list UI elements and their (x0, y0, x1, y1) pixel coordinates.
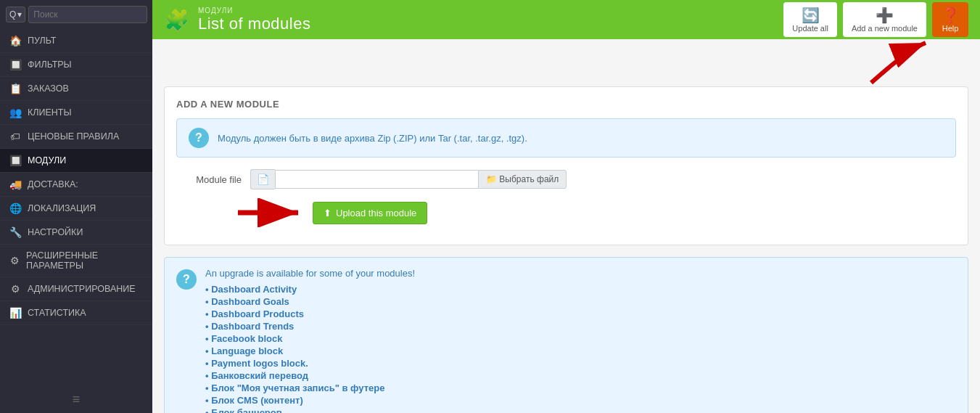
sidebar-item-admin[interactable]: ⚙ АДМИНИСТРИРОВАНИЕ (0, 277, 152, 301)
sidebar-item-clients[interactable]: 👥 КЛИЕНТЫ (0, 101, 152, 125)
list-item[interactable]: Блок CMS (контент) (205, 394, 415, 406)
localization-icon: 🌐 (9, 203, 22, 214)
red-arrow-upload (234, 198, 307, 227)
sidebar-item-label-stats: СТАТИСТИКА (28, 308, 86, 318)
content-area: ADD A NEW MODULE ? Модуль должен быть в … (152, 39, 980, 413)
search-input[interactable] (28, 6, 147, 23)
admin-icon: ⚙ (9, 283, 22, 295)
list-item[interactable]: Блок баннеров (205, 406, 415, 413)
sidebar-item-label-clients: КЛИЕНТЫ (28, 107, 72, 118)
chevron-down-icon: ▾ (17, 9, 22, 20)
update-all-button[interactable]: 🔄 Update all (783, 2, 837, 37)
list-item[interactable]: Language block (205, 345, 415, 357)
modules-icon: 🔲 (9, 155, 22, 166)
help-icon: ❓ (942, 7, 960, 24)
header-title: List of modules (198, 15, 775, 33)
sidebar-item-filters[interactable]: 🔲 ФИЛЬТРЫ (0, 53, 152, 77)
header-titles: МОДУЛИ List of modules (198, 7, 775, 33)
search-dropdown-label: Q (9, 9, 16, 20)
page-header: 🧩 МОДУЛИ List of modules 🔄 Update all ➕ … (152, 0, 980, 39)
pricing-icon: 🏷 (9, 131, 22, 142)
list-item[interactable]: Payment logos block. (205, 357, 415, 369)
refresh-icon: 🔄 (802, 7, 820, 24)
sidebar-item-label-delivery: ДОСТАВКА: (28, 179, 78, 189)
upgrade-modules-list: Dashboard ActivityDashboard GoalsDashboa… (205, 283, 415, 413)
sidebar-item-label-pricing: ЦЕНОВЫЕ ПРАВИЛА (28, 131, 119, 142)
sidebar-item-label-localization: ЛОКАЛИЗАЦИЯ (28, 203, 96, 213)
upload-icon: ⬆ (324, 208, 332, 218)
sidebar-item-label-admin: АДМИНИСТРИРОВАНИЕ (28, 284, 136, 294)
sidebar-item-label-orders: ЗАКАЗОВ (28, 83, 69, 94)
menu-icon[interactable]: ≡ (73, 392, 81, 407)
main-area: 🧩 МОДУЛИ List of modules 🔄 Update all ➕ … (152, 0, 980, 413)
orders-icon: 📋 (9, 83, 22, 94)
add-icon: ➕ (876, 7, 894, 24)
sidebar-item-settings[interactable]: 🔧 НАСТРОЙКИ (0, 221, 152, 245)
list-item[interactable]: Dashboard Products (205, 308, 415, 320)
upload-form: Module file 📄 📁 Выбрать файл (176, 169, 956, 227)
sidebar-item-label-modules: МОДУЛИ (28, 155, 66, 165)
list-item[interactable]: Dashboard Trends (205, 320, 415, 332)
header-subtitle: МОДУЛИ (198, 7, 775, 15)
info-icon: ? (189, 128, 209, 148)
sidebar-item-localization[interactable]: 🌐 ЛОКАЛИЗАЦИЯ (0, 197, 152, 221)
help-button[interactable]: ❓ Help (932, 2, 968, 37)
upload-btn-label: Upload this module (336, 208, 416, 218)
add-new-label: Add a new module (852, 24, 918, 33)
choose-file-icon: 📁 (486, 174, 497, 184)
upload-module-button[interactable]: ⬆ Upload this module (313, 202, 427, 224)
upgrade-content: An upgrade is available for some of your… (205, 268, 415, 413)
add-module-card: ADD A NEW MODULE ? Модуль должен быть в … (164, 86, 968, 245)
choose-file-label: Выбрать файл (499, 174, 559, 184)
info-box: ? Модуль должен быть в виде архива Zip (… (176, 118, 956, 158)
upgrade-box: ? An upgrade is available for some of yo… (164, 257, 968, 413)
sidebar-search-container: Q ▾ (0, 0, 152, 29)
file-path-input[interactable] (275, 170, 478, 189)
content-inner: ADD A NEW MODULE ? Модуль должен быть в … (152, 79, 980, 413)
sidebar-item-advanced[interactable]: ⚙ РАСШИРЕННЫЕ ПАРАМЕТРЫ (0, 245, 152, 277)
sidebar-item-pricing[interactable]: 🏷 ЦЕНОВЫЕ ПРАВИЛА (0, 125, 152, 149)
list-item[interactable]: Dashboard Activity (205, 283, 415, 295)
clients-icon: 👥 (9, 107, 22, 118)
info-text: Модуль должен быть в виде архива Zip (.Z… (218, 133, 527, 144)
dashboard-icon: 🏠 (9, 35, 22, 46)
advanced-icon: ⚙ (9, 255, 20, 266)
list-item[interactable]: Dashboard Goals (205, 295, 415, 308)
update-all-label: Update all (792, 24, 828, 33)
file-input-group: 📄 📁 Выбрать файл (250, 169, 567, 189)
sidebar-item-stats[interactable]: 📊 СТАТИСТИКА (0, 301, 152, 325)
sidebar-item-modules[interactable]: 🔲 МОДУЛИ (0, 149, 152, 173)
sidebar-footer: ≡ (0, 386, 152, 413)
add-new-module-button[interactable]: ➕ Add a new module (843, 2, 926, 37)
sidebar-item-label-settings: НАСТРОЙКИ (28, 227, 83, 237)
help-label: Help (942, 24, 959, 33)
upgrade-info-icon: ? (176, 269, 197, 290)
choose-file-button[interactable]: 📁 Выбрать файл (478, 170, 567, 189)
filters-icon: 🔲 (9, 59, 22, 70)
list-item[interactable]: Facebook block (205, 332, 415, 345)
file-icon-button[interactable]: 📄 (250, 169, 275, 189)
upload-row: ⬆ Upload this module (234, 198, 956, 227)
sidebar-nav: 🏠 ПУЛЬТ 🔲 ФИЛЬТРЫ 📋 ЗАКАЗОВ 👥 КЛИЕНТЫ 🏷 … (0, 29, 152, 325)
upgrade-title: An upgrade is available for some of your… (205, 268, 415, 279)
settings-icon: 🔧 (9, 226, 22, 238)
header-actions: 🔄 Update all ➕ Add a new module ❓ Help (783, 2, 968, 37)
sidebar: Q ▾ 🏠 ПУЛЬТ 🔲 ФИЛЬТРЫ 📋 ЗАКАЗОВ 👥 КЛИЕНТ… (0, 0, 152, 413)
search-dropdown[interactable]: Q ▾ (6, 7, 25, 23)
stats-icon: 📊 (9, 307, 22, 319)
delivery-icon: 🚚 (9, 179, 22, 190)
sidebar-item-dashboard[interactable]: 🏠 ПУЛЬТ (0, 29, 152, 53)
module-file-label: Module file (176, 174, 242, 185)
section-title: ADD A NEW MODULE (176, 99, 956, 110)
sidebar-item-label-filters: ФИЛЬТРЫ (28, 60, 72, 70)
sidebar-item-orders[interactable]: 📋 ЗАКАЗОВ (0, 77, 152, 101)
list-item[interactable]: Банковский перевод (205, 369, 415, 382)
modules-icon: 🧩 (164, 8, 189, 32)
sidebar-item-delivery[interactable]: 🚚 ДОСТАВКА: (0, 173, 152, 197)
sidebar-item-label-advanced: РАСШИРЕННЫЕ ПАРАМЕТРЫ (26, 250, 144, 271)
sidebar-item-label-dashboard: ПУЛЬТ (28, 36, 56, 46)
file-input-row: Module file 📄 📁 Выбрать файл (176, 169, 956, 189)
list-item[interactable]: Блок "Моя учетная запись" в футере (205, 382, 415, 394)
